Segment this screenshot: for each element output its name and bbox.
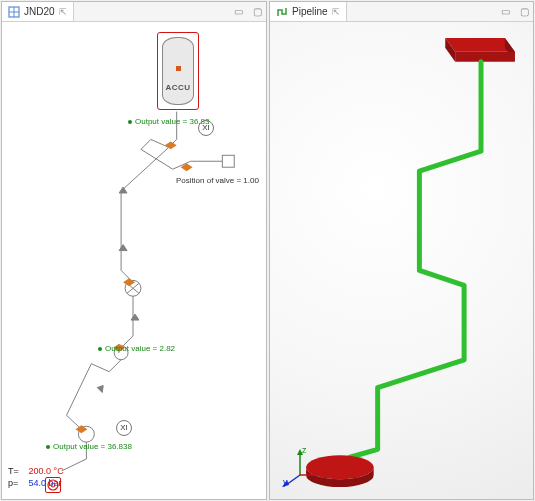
schematic-svg [2,22,266,499]
temperature-label: T= [8,465,26,477]
svg-point-8 [51,483,55,487]
svg-marker-9 [445,38,515,52]
tab-pipeline-label: Pipeline [292,6,328,17]
pipeline-path [350,62,481,458]
svg-rect-3 [222,155,234,167]
svg-marker-12 [455,52,515,62]
temperature-value: 200.0 °C [29,466,64,476]
annotation-output-3: Output value = 36.838 [46,442,132,451]
maximize-button[interactable]: ▢ [518,6,531,17]
xi-indicator-bottom[interactable]: XI [116,420,132,436]
annotation-valve-position: Position of valve = 1.00 [176,176,259,185]
axis-z-label: z [302,445,307,455]
top-tank [445,38,515,62]
axis-gizmo[interactable]: y z x [280,447,328,489]
axis-x-label: x [322,469,327,479]
temperature-row: T= 200.0 °C [8,465,64,477]
pump-component[interactable] [45,477,61,493]
axis-y-label: y [283,477,288,487]
tab-jnd20[interactable]: JND20 ⇱ [2,2,74,21]
left-tab-controls: ▭ ▢ [232,2,264,21]
annotation-output-2: Output value = 2.82 [98,344,175,353]
pin-icon: ⇱ [59,7,67,17]
pressure-label: p= [8,477,26,489]
pipeline-svg [270,22,533,499]
minimize-button[interactable]: ▭ [232,6,245,17]
pipeline-icon [276,6,288,18]
maximize-button[interactable]: ▢ [251,6,264,17]
svg-point-7 [48,480,58,490]
schematic-icon [8,6,20,18]
right-tabbar: Pipeline ⇱ ▭ ▢ [270,2,533,22]
left-pane: JND20 ⇱ ▭ ▢ ACCU [1,1,267,500]
right-tab-controls: ▭ ▢ [499,2,531,21]
schematic-canvas[interactable]: ACCU [2,22,266,499]
pipeline-3d-viewport[interactable]: y z x [270,22,533,499]
minimize-button[interactable]: ▭ [499,6,512,17]
tab-pipeline[interactable]: Pipeline ⇱ [270,2,347,21]
pump-icon [47,479,59,491]
tab-jnd20-label: JND20 [24,6,55,17]
annotation-output-1: Output value = 36.83 [128,117,210,126]
left-tabbar: JND20 ⇱ ▭ ▢ [2,2,266,22]
pin-icon: ⇱ [332,7,340,17]
right-pane: Pipeline ⇱ ▭ ▢ [269,1,534,500]
